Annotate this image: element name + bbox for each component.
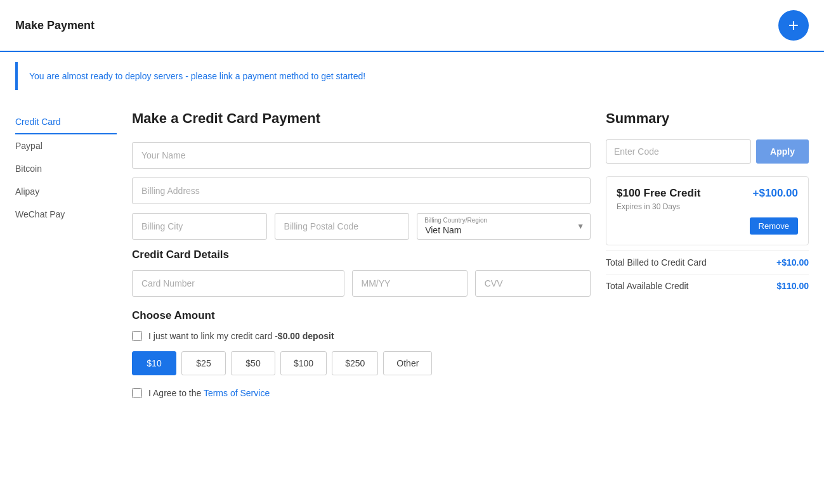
amount-btn-10[interactable]: $10	[132, 351, 176, 375]
billing-city-input[interactable]	[132, 213, 267, 240]
sidebar-item-wechat-pay[interactable]: WeChat Pay	[15, 203, 117, 226]
summary-title: Summary	[606, 110, 809, 127]
link-only-checkbox[interactable]	[132, 331, 142, 341]
country-select-wrapper: Billing Country/Region Viet Nam United S…	[417, 213, 591, 240]
card-number-input[interactable]	[132, 270, 344, 297]
form-title: Make a Credit Card Payment	[132, 110, 591, 127]
card-expiry-input[interactable]	[352, 270, 468, 297]
amount-btn-25[interactable]: $25	[181, 351, 226, 375]
amount-buttons-group: $10 $25 $50 $100 $250 Other	[132, 351, 591, 375]
sidebar: Credit Card Paypal Bitcoin Alipay WeChat…	[15, 110, 117, 398]
free-credit-block: $100 Free Credit +$100.00 Expires in 30 …	[606, 176, 809, 245]
tos-link[interactable]: Terms of Service	[204, 388, 270, 398]
tos-row: I Agree to the Terms of Service	[132, 388, 591, 398]
summary-panel: Summary Apply $100 Free Credit +$100.00 …	[606, 110, 809, 398]
card-details-row	[132, 270, 591, 297]
choose-amount-title: Choose Amount	[132, 309, 591, 322]
tos-checkbox[interactable]	[132, 388, 142, 398]
info-banner: You are almost ready to deploy servers -…	[15, 62, 809, 90]
sidebar-item-paypal[interactable]: Paypal	[15, 134, 117, 157]
total-billed-value: +$10.00	[776, 257, 809, 268]
billing-postal-input[interactable]	[275, 213, 410, 240]
amount-btn-250[interactable]: $250	[332, 351, 378, 375]
payment-form-content: Make a Credit Card Payment Billing Count…	[117, 110, 606, 398]
country-select[interactable]: Viet Nam United States United Kingdom Au…	[417, 213, 591, 240]
total-available-row: Total Available Credit $110.00	[606, 274, 809, 297]
card-cvv-input[interactable]	[475, 270, 591, 297]
banner-text: You are almost ready to deploy servers -…	[29, 71, 365, 81]
name-input[interactable]	[132, 142, 591, 169]
total-available-value: $110.00	[776, 281, 809, 291]
total-billed-row: Total Billed to Credit Card +$10.00	[606, 250, 809, 274]
amount-btn-50[interactable]: $50	[231, 351, 275, 375]
amount-btn-100[interactable]: $100	[280, 351, 327, 375]
billing-row: Billing Country/Region Viet Nam United S…	[132, 213, 591, 240]
sidebar-item-alipay[interactable]: Alipay	[15, 180, 117, 203]
tos-label: I Agree to the Terms of Service	[148, 388, 270, 398]
remove-credit-button[interactable]: Remove	[750, 217, 798, 235]
total-billed-label: Total Billed to Credit Card	[606, 257, 707, 268]
sidebar-item-bitcoin[interactable]: Bitcoin	[15, 157, 117, 180]
amount-btn-other[interactable]: Other	[383, 351, 432, 375]
card-details-title: Credit Card Details	[132, 249, 591, 261]
link-only-label: I just want to link my credit card -$0.0…	[148, 331, 334, 341]
billing-address-input[interactable]	[132, 178, 591, 204]
free-credit-title: $100 Free Credit	[617, 187, 700, 200]
free-credit-expires: Expires in 30 Days	[617, 202, 798, 211]
link-only-row: I just want to link my credit card -$0.0…	[132, 331, 591, 341]
total-available-label: Total Available Credit	[606, 281, 688, 291]
fab-add-button[interactable]: +	[778, 10, 809, 41]
promo-row: Apply	[606, 139, 809, 164]
promo-code-input[interactable]	[606, 139, 751, 164]
free-credit-amount: +$100.00	[753, 187, 798, 200]
sidebar-item-credit-card[interactable]: Credit Card	[15, 110, 117, 134]
main-layout: Credit Card Paypal Bitcoin Alipay WeChat…	[0, 100, 824, 408]
header: Make Payment +	[0, 0, 824, 52]
page-title: Make Payment	[15, 19, 95, 32]
apply-button[interactable]: Apply	[756, 139, 809, 164]
free-credit-row: $100 Free Credit +$100.00	[617, 187, 798, 200]
